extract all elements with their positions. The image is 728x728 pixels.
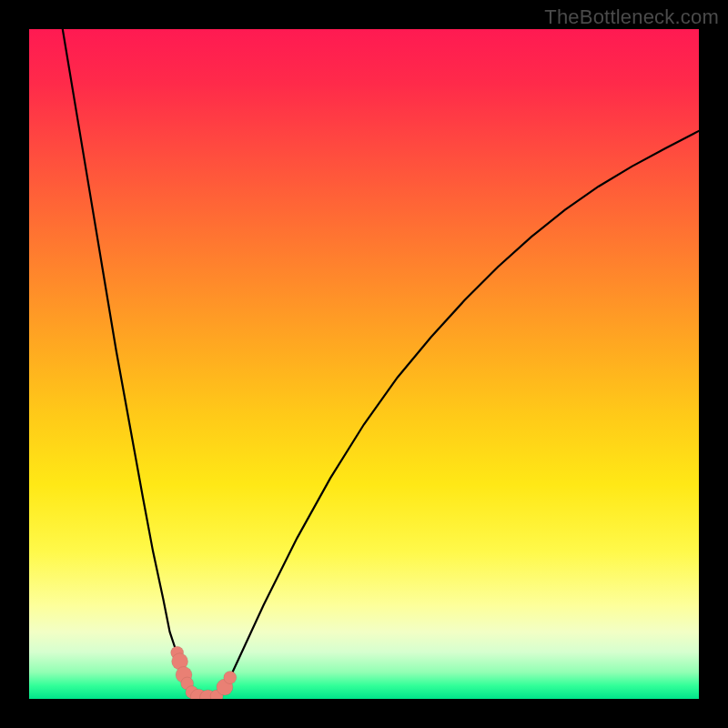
markers-group — [171, 646, 237, 699]
curve-left-branch — [63, 29, 210, 698]
chart-svg — [29, 29, 699, 699]
data-marker — [224, 671, 237, 683]
curve-right-branch — [210, 131, 699, 698]
watermark-text: TheBottleneck.com — [544, 5, 719, 29]
outer-frame: TheBottleneck.com — [0, 0, 728, 728]
plot-area — [29, 29, 699, 699]
